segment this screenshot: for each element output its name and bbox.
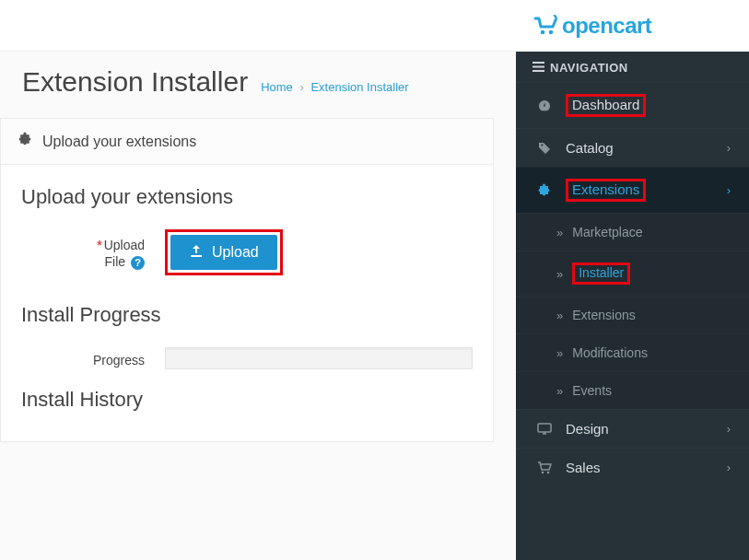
sidebar-item-ext-extensions[interactable]: » Extensions bbox=[516, 296, 749, 333]
upload-button[interactable]: Upload bbox=[170, 235, 277, 270]
double-angle-icon: » bbox=[556, 267, 563, 281]
progress-bar-container bbox=[165, 347, 473, 369]
sidebar-item-sales[interactable]: Sales › bbox=[516, 448, 749, 486]
upload-icon bbox=[189, 243, 204, 262]
install-progress-heading: Install Progress bbox=[21, 303, 473, 327]
sidebar-item-marketplace[interactable]: » Marketplace bbox=[516, 213, 749, 251]
brand-name: opencart bbox=[562, 13, 651, 39]
upload-heading: Upload your extensions bbox=[21, 185, 473, 209]
sidebar-item-installer[interactable]: » Installer bbox=[516, 251, 749, 296]
hamburger-icon bbox=[532, 61, 544, 75]
shopping-cart-icon bbox=[534, 461, 555, 475]
topbar bbox=[0, 0, 516, 52]
chevron-right-icon: › bbox=[727, 183, 731, 197]
page-header: Extension Installer Home › Extension Ins… bbox=[0, 52, 516, 103]
double-angle-icon: » bbox=[556, 226, 563, 239]
required-asterisk: * bbox=[97, 238, 101, 252]
sidebar-sales-label: Sales bbox=[566, 460, 601, 475]
breadcrumb-home[interactable]: Home bbox=[261, 80, 293, 94]
sidebar-ext-extensions-label: Extensions bbox=[572, 308, 635, 322]
chevron-right-icon: › bbox=[727, 422, 731, 436]
breadcrumb: Home › Extension Installer bbox=[261, 80, 409, 94]
cart-icon bbox=[532, 15, 560, 37]
nav-header-label: NAVIGATION bbox=[550, 61, 628, 75]
panel-body: Upload your extensions *Upload File ? Up… bbox=[1, 165, 493, 441]
progress-row: Progress bbox=[21, 347, 473, 369]
sidebar-events-label: Events bbox=[572, 383, 612, 398]
puzzle-icon bbox=[18, 132, 33, 151]
sidebar-item-design[interactable]: Design › bbox=[516, 409, 749, 448]
breadcrumb-current[interactable]: Extension Installer bbox=[310, 80, 408, 94]
upload-label: *Upload File ? bbox=[21, 229, 145, 270]
upload-row: *Upload File ? Upload bbox=[21, 229, 473, 275]
sidebar-item-dashboard[interactable]: Dashboard bbox=[516, 82, 749, 128]
svg-point-4 bbox=[547, 471, 550, 473]
panel-heading-title: Upload your extensions bbox=[42, 134, 196, 150]
upload-button-label: Upload bbox=[212, 244, 259, 261]
sidebar-dashboard-label: Dashboard bbox=[572, 97, 639, 112]
double-angle-icon: » bbox=[556, 346, 563, 360]
dashboard-icon bbox=[534, 99, 555, 113]
page-title: Extension Installer bbox=[22, 66, 248, 98]
nav-header: NAVIGATION bbox=[516, 52, 749, 82]
brand-header: opencart bbox=[516, 0, 749, 52]
double-angle-icon: » bbox=[556, 309, 563, 322]
puzzle-icon bbox=[534, 183, 555, 198]
svg-point-1 bbox=[549, 30, 554, 35]
sidebar-catalog-label: Catalog bbox=[566, 140, 614, 156]
panel-upload: Upload your extensions Upload your exten… bbox=[0, 118, 494, 442]
sidebar-design-label: Design bbox=[566, 421, 609, 437]
sidebar-item-events[interactable]: » Events bbox=[516, 371, 749, 409]
tag-icon bbox=[534, 141, 555, 156]
double-angle-icon: » bbox=[556, 384, 563, 398]
sidebar-item-modifications[interactable]: » Modifications bbox=[516, 333, 749, 371]
chevron-right-icon: › bbox=[727, 141, 731, 155]
chevron-right-icon: › bbox=[727, 461, 731, 474]
sidebar-item-catalog[interactable]: Catalog › bbox=[516, 128, 749, 167]
panel-heading: Upload your extensions bbox=[1, 119, 493, 165]
main-content: Extension Installer Home › Extension Ins… bbox=[0, 0, 516, 560]
sidebar-item-extensions[interactable]: Extensions › bbox=[516, 167, 749, 213]
desktop-icon bbox=[534, 422, 555, 437]
sidebar-extensions-label: Extensions bbox=[572, 181, 639, 197]
install-history-heading: Install History bbox=[21, 388, 473, 412]
help-icon[interactable]: ? bbox=[131, 256, 145, 270]
sidebar: opencart NAVIGATION Dashboard Catalog › … bbox=[516, 0, 749, 560]
svg-point-3 bbox=[542, 471, 544, 473]
progress-bar bbox=[165, 347, 473, 369]
breadcrumb-sep: › bbox=[299, 80, 303, 94]
sidebar-installer-label: Installer bbox=[579, 265, 624, 280]
sidebar-modifications-label: Modifications bbox=[572, 345, 648, 360]
svg-rect-2 bbox=[538, 424, 551, 432]
svg-point-0 bbox=[541, 30, 545, 35]
sidebar-marketplace-label: Marketplace bbox=[572, 225, 642, 239]
progress-label: Progress bbox=[21, 349, 145, 368]
